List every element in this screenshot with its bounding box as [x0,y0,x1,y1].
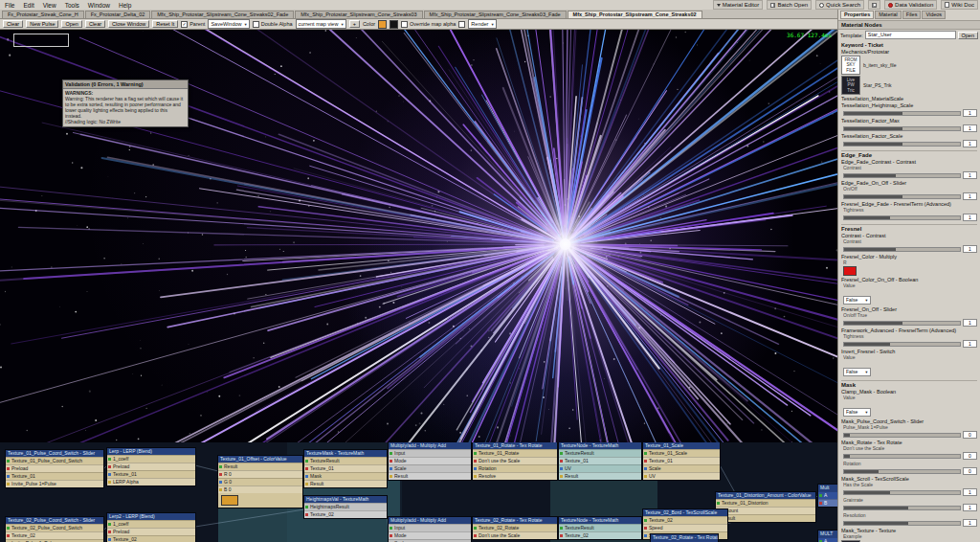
tab-2[interactable]: Mfx_Ship_Protostar_Slipstream_Cone_Strea… [151,11,294,18]
graph-node-row[interactable]: LERP Alpha [107,478,195,486]
slider-track[interactable] [843,454,961,459]
graph-node-row[interactable]: Texture_01_Pulse_Coord_Switch [6,457,103,464]
validation-dialog[interactable]: Validation (0 Errors, 1 Warning) WARNING… [62,79,189,127]
graph-node-row[interactable]: Texture_02_Pulse_Coord_Switch [6,524,103,531]
slider-row-24[interactable]: 1 [843,488,977,496]
node-graph[interactable]: Texture_01_Pulse_Coord_Switch - SliderTe… [0,442,837,542]
panel-tab-videos[interactable]: Videos [922,11,946,19]
graph-node-row[interactable]: Input [389,524,471,531]
graph-node-row[interactable]: Texture_01_Distortion [716,499,815,507]
graph-node-title[interactable]: Texture_02_Bord - TexScrollScale [643,509,727,516]
graph-node-row[interactable]: 1_coeff [107,455,195,463]
graph-node-row[interactable]: Texture_01 [304,464,387,472]
graph-node-row[interactable]: Mode [389,457,471,464]
graph-node-row[interactable]: TextureResult [304,457,387,464]
texture-thumbnail[interactable]: LivePWTric [841,76,860,95]
tab-3[interactable]: Mfx_Ship_Protostar_Slipstream_Cone_Strea… [295,11,422,18]
graph-node-row[interactable]: Mode [389,531,471,539]
toolbar-button-5[interactable]: Reset It [152,20,178,28]
graph-node-row[interactable]: Speed [643,524,727,531]
graph-node[interactable]: Texture_01_Rotate - Tex RotateTexture_01… [473,442,557,480]
graph-node-row[interactable]: Texture_02 [304,510,387,518]
graph-node-row[interactable]: Texture_01_Rotate [473,449,557,457]
menu-item-tools[interactable]: Tools [65,2,79,9]
titlebar-action-grid[interactable]: Batch Open [767,0,812,10]
slider-track[interactable] [843,142,961,147]
graph-node-row[interactable]: Texture_02_Rotate [473,524,557,531]
toolbar-button-0[interactable]: Clear [3,20,23,28]
toolbar-select-7[interactable]: SaveWindow▾ [208,19,249,29]
graph-node-title[interactable]: TextureNode - TextureMath [559,442,641,449]
graph-node-title[interactable]: Lerp - LERP (Blend) [107,448,195,455]
graph-node-row[interactable]: Texture_01 [559,457,641,464]
graph-node-title[interactable]: MULT [818,531,837,537]
titlebar-action-chevron[interactable]: Material Editor [713,0,764,10]
graph-node-row[interactable]: Result [716,514,815,522]
toolbar-select-9[interactable]: current map view▾ [296,19,346,29]
graph-node[interactable]: MultAB [818,485,837,507]
titlebar-action-red-dot[interactable]: Data Validation [884,0,937,10]
graph-node-row[interactable]: Texture_01_Scale [643,449,720,457]
graph-node-row[interactable]: B [818,499,837,507]
titlebar-action-doc[interactable]: Wiki Doc [941,0,978,10]
slider-track[interactable] [843,215,961,220]
graph-node[interactable]: Texture_01_Offset - ColorValueResultR 0G… [218,456,302,508]
graph-node[interactable]: Lerp - LERP (Blend)1_coeffPreloadTexture… [107,448,195,486]
graph-node[interactable]: Texture_01_Pulse_Coord_Switch - SliderTe… [6,450,103,487]
graph-node-row[interactable]: Result [559,472,641,480]
panel-tab-properties[interactable]: Properties [840,11,874,19]
panel-tab-files[interactable]: Files [902,11,922,19]
graph-node-title[interactable]: Lerp2 - LERP (Blend) [107,513,195,520]
toolbar-button-10[interactable]: + [349,20,360,28]
toolbar-color-swatch[interactable] [378,20,387,29]
slider-track[interactable] [843,342,961,347]
slider-track[interactable] [843,321,961,326]
menu-item-edit[interactable]: Edit [23,2,33,9]
graph-node-row[interactable]: Scale [389,464,471,472]
graph-node-title[interactable]: HeightmapsVal - TextureMath [304,496,387,503]
slider-row-26[interactable]: 1 [843,519,977,527]
boolean-select-20[interactable]: False▾ [843,408,871,417]
graph-node[interactable]: Lerp2 - LERP (Blend)1_coeffPreloadTextur… [107,513,195,542]
slider-row-6[interactable]: 1 [843,124,977,132]
slider-row-21[interactable]: 0 [843,431,977,439]
graph-node-title[interactable]: Texture_01_Offset - ColorValue [218,456,302,463]
template-value-field[interactable]: Star_User [865,31,956,39]
slider-track[interactable] [843,247,961,252]
graph-node-row[interactable]: Texture_02 [559,531,641,539]
tab-5[interactable]: Mfx_Ship_Protostar_Slipstream_Cone_Strea… [568,11,702,18]
graph-node-title[interactable]: Texture_02_Rotate - Tex Rotate [651,534,718,541]
graph-node[interactable]: TextureNode - TextureMathTextureResultTe… [559,517,641,539]
slider-track[interactable] [843,490,961,495]
node-color-swatch[interactable] [221,495,238,506]
tab-0[interactable]: Fx_Protostar_Streak_Cone_H [2,11,84,18]
slider-row-9[interactable]: 1 [843,171,977,179]
slider-track[interactable] [843,194,961,199]
graph-node-row[interactable]: Resolve [473,472,557,480]
graph-node-row[interactable]: Result [389,472,471,480]
graph-node-title[interactable]: Texture_02_Pulse_Coord_Switch - Slider [6,517,103,524]
titlebar-action-panes[interactable] [868,0,880,10]
slider-row-25[interactable]: 1 [843,504,977,511]
graph-node-title[interactable]: Texture_02_Rotate - Tex Rotate [473,517,557,524]
graph-node-title[interactable]: Texture_01_Distortion_Amount - ColorValu… [716,492,815,499]
graph-node-row[interactable]: Texture_02 [107,535,195,542]
panel-tab-material[interactable]: Material [875,11,902,19]
graph-node-row[interactable]: Mask [304,472,387,480]
slider-row-13[interactable]: 1 [843,245,977,253]
graph-node-row[interactable]: Scale [643,464,720,472]
graph-node-row[interactable]: A [818,491,837,499]
graph-node[interactable]: TextureMask - TextureMathTextureResultTe… [304,450,387,487]
graph-node-row[interactable]: Preload [107,463,195,470]
slider-row-11[interactable]: 1 [843,214,977,221]
menu-item-file[interactable]: File [5,2,14,9]
slider-row-5[interactable]: 1 [843,109,977,117]
slider-track[interactable] [843,521,961,526]
graph-node-title[interactable]: Texture_01_Scale [643,442,720,449]
graph-node-row[interactable]: Preload [107,528,195,535]
graph-node-row[interactable]: HeightmapsResult [304,503,387,510]
graph-node-row[interactable]: Texture_01 [107,470,195,478]
slider-track[interactable] [843,111,961,116]
menu-item-help[interactable]: Help [119,2,131,9]
titlebar-action-search[interactable]: Quick Search [815,0,864,10]
